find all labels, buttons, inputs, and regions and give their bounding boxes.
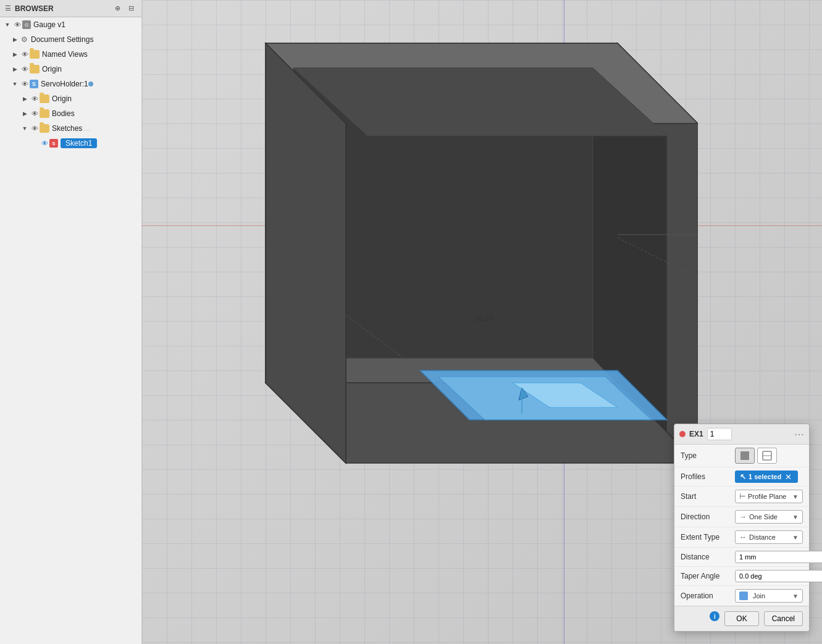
- extent-type-select[interactable]: ↔ Distance ▼: [735, 530, 803, 544]
- taper-angle-input[interactable]: [735, 570, 822, 582]
- ex1-dialog: EX1 ⋯ Type Profiles ↖ 1 selected: [674, 424, 810, 632]
- direction-arrow: ▼: [792, 514, 799, 521]
- profiles-selected-badge[interactable]: ↖ 1 selected ✕: [735, 470, 798, 483]
- type-btn-surface[interactable]: [757, 448, 777, 464]
- dialog-more-icon[interactable]: ⋯: [794, 429, 804, 440]
- extent-type-row: Extent Type ↔ Distance ▼: [674, 527, 809, 548]
- type-row: Type: [674, 445, 809, 467]
- type-label: Type: [681, 451, 731, 460]
- taper-angle-label: Taper Angle: [681, 572, 731, 580]
- folder-origin-top: [30, 65, 40, 73]
- expand-servo-holder[interactable]: [10, 79, 20, 89]
- tree-item-bodies[interactable]: 👁 Bodies: [0, 106, 141, 121]
- start-arrow: ▼: [792, 493, 799, 500]
- eye-named-views[interactable]: 👁: [20, 49, 30, 59]
- operation-icon: [739, 592, 748, 600]
- svg-marker-2: [266, 43, 698, 123]
- browser-title: BROWSER: [15, 4, 108, 13]
- expand-origin-sub[interactable]: [20, 94, 30, 104]
- direction-icon: →: [739, 512, 747, 521]
- ok-button[interactable]: OK: [724, 611, 758, 626]
- expand-doc-settings[interactable]: [10, 35, 20, 44]
- sketches-ellipsis: …: [83, 125, 90, 132]
- eye-bodies[interactable]: 👁: [30, 109, 40, 119]
- tree-item-sketch1[interactable]: 👁 S Sketch1: [0, 136, 141, 151]
- browser-search-icon[interactable]: ⊕: [112, 3, 123, 14]
- direction-value: One Side: [749, 513, 790, 521]
- extent-type-value: Distance: [749, 533, 790, 541]
- extent-type-control: ↔ Distance ▼: [735, 530, 803, 544]
- eye-sketch1[interactable]: 👁: [40, 138, 49, 148]
- eye-origin-top[interactable]: 👁: [20, 64, 30, 74]
- dim-label-depth: 23.10: [476, 315, 493, 322]
- browser-collapse-icon[interactable]: ⊟: [125, 3, 136, 14]
- tree-item-doc-settings[interactable]: ⚙ Document Settings: [0, 32, 141, 47]
- profiles-selected-text: 1 selected: [749, 473, 781, 480]
- axis-line-vertical: [564, 0, 564, 644]
- expand-bodies[interactable]: [20, 109, 30, 119]
- taper-angle-row: Taper Angle: [674, 567, 809, 586]
- svg-marker-8: [266, 43, 346, 463]
- svg-marker-0: [266, 43, 618, 383]
- bodies-label: Bodies: [52, 109, 75, 118]
- dialog-title: EX1: [689, 430, 703, 438]
- direction-control: → One Side ▼: [735, 510, 803, 524]
- tree-item-origin-top[interactable]: 👁 Origin: [0, 62, 141, 77]
- browser-header: ☰ BROWSER ⊕ ⊟: [0, 0, 141, 17]
- dim-label-width: 12.50: [624, 244, 641, 251]
- svg-marker-3: [293, 68, 593, 358]
- svg-line-14: [346, 315, 420, 370]
- tree-item-servo-holder[interactable]: 👁 S ServoHolder:1: [0, 77, 141, 91]
- direction-select[interactable]: → One Side ▼: [735, 510, 803, 524]
- start-row: Start ⊢ Profile Plane ▼: [674, 487, 809, 507]
- folder-sketches: [40, 124, 49, 133]
- expand-gauge[interactable]: [2, 20, 12, 30]
- doc-icon: G: [22, 20, 31, 29]
- profiles-label: Profiles: [681, 472, 731, 481]
- ex1-header: EX1 ⋯: [674, 424, 809, 445]
- gear-icon: ⚙: [20, 35, 28, 44]
- svg-rect-17: [740, 451, 749, 460]
- eye-servo-holder[interactable]: 👁: [20, 79, 30, 89]
- start-label: Start: [681, 492, 731, 501]
- dialog-body: Type Profiles ↖ 1 selected ✕: [674, 445, 809, 606]
- eye-gauge[interactable]: 👁: [12, 20, 22, 30]
- start-control: ⊢ Profile Plane ▼: [735, 490, 803, 503]
- dialog-close-dot[interactable]: [679, 431, 686, 437]
- type-btn-solid[interactable]: [735, 448, 755, 464]
- tree-item-sketches[interactable]: 👁 Sketches …: [0, 121, 141, 136]
- type-control: [735, 448, 803, 464]
- start-select[interactable]: ⊢ Profile Plane ▼: [735, 490, 803, 503]
- svg-marker-9: [420, 370, 667, 420]
- taper-angle-control: [735, 570, 822, 582]
- distance-input[interactable]: [735, 551, 822, 563]
- svg-marker-10: [438, 377, 652, 420]
- eye-origin-sub[interactable]: 👁: [30, 94, 40, 104]
- svg-marker-5: [293, 68, 667, 136]
- extent-type-label: Extent Type: [681, 533, 731, 542]
- expand-named-views[interactable]: [10, 49, 20, 59]
- dialog-num-input[interactable]: [707, 428, 732, 440]
- tree-item-origin-sub[interactable]: 👁 Origin: [0, 91, 141, 106]
- start-icon: ⊢: [739, 492, 745, 501]
- profiles-clear-btn[interactable]: ✕: [784, 473, 793, 481]
- browser-panel: ☰ BROWSER ⊕ ⊟ 👁 G Gauge v1 ⚙ Document Se…: [0, 0, 142, 644]
- operation-row: Operation Join ▼: [674, 586, 809, 606]
- svg-marker-7: [266, 123, 346, 463]
- info-icon[interactable]: i: [710, 611, 719, 621]
- tree-item-gauge[interactable]: 👁 G Gauge v1: [0, 17, 141, 32]
- tree-item-named-views[interactable]: 👁 Named Views: [0, 47, 141, 62]
- operation-select[interactable]: Join ▼: [735, 589, 803, 603]
- folder-bodies: [40, 109, 49, 118]
- eye-sketches[interactable]: 👁: [30, 123, 40, 133]
- expand-sketches[interactable]: [20, 123, 30, 133]
- component-icon-servo: S: [30, 80, 38, 88]
- extent-icon: ↔: [739, 533, 747, 542]
- distance-control: [735, 551, 822, 563]
- cancel-button[interactable]: Cancel: [764, 611, 803, 626]
- browser-icon: ☰: [5, 4, 11, 12]
- folder-named-views: [30, 50, 40, 59]
- expand-origin-top[interactable]: [10, 64, 20, 74]
- sketches-label: Sketches: [52, 124, 82, 133]
- servo-holder-label: ServoHolder:1: [41, 80, 88, 88]
